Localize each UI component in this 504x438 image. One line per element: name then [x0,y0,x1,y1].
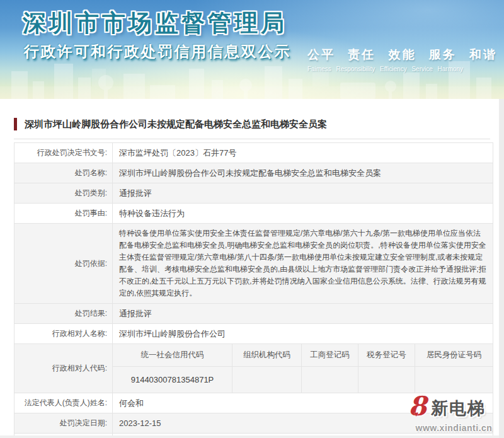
banner-motto: 公平 责任 效能 服务 和谐 Faimess Responsibility Ef… [307,47,497,72]
table-row: 处罚结果:通报批评 [14,304,493,324]
content-area: 深圳市坪山岭脚股份合作公司未按规定配备电梯安全总监和电梯安全员案 行政处罚决定书… [0,99,504,438]
heart-icon: ♥ [414,410,418,418]
row-label: 法定代表人(负责人)姓名: [14,393,113,413]
code-value-cell [358,367,415,393]
code-header-cell: 居民身份证号码 [415,344,493,367]
code-value-cell: 91440300781354871P [113,367,232,393]
row-label: 行政相对人名称: [14,324,113,343]
page-edge-right [499,99,504,438]
case-title: 深圳市坪山岭脚股份合作公司未按规定配备电梯安全总监和电梯安全员案 [25,118,327,130]
row-label: 处罚结果: [14,304,113,323]
row-label: 行政处罚决定书文号: [14,143,113,163]
row-value: 深圳市坪山岭脚股份合作公司未按规定配备电梯安全总监和电梯安全员案 [113,163,493,183]
code-value-cell [415,367,493,393]
row-value: 特种设备使用单位落实使用安全主体责任监督管理规定/第六章电梯/第六十九条/第一款… [113,224,493,303]
watermark-url: www.xindianti.cn [408,423,500,433]
code-column: 居民身份证号码 [415,344,493,393]
title-marker-bar [14,118,17,130]
motto-english: Faimess Responsibility Efficiency Servic… [307,66,497,72]
code-header-cell: 工商登记码 [302,344,358,367]
code-value-cell [302,367,358,393]
xindianti-watermark: 8 ♥ 新电梯 www.xindianti.cn [408,396,500,433]
row-label: 处罚事由: [14,204,113,223]
row-value: 特种设备违法行为 [113,204,493,223]
row-value: 通报批评 [113,183,493,203]
table-row: 处罚类别:通报批评 [14,183,493,204]
code-header-cell: 组织机构代码 [232,344,301,367]
banner-subtitle: 行政许可和行政处罚信用信息双公示 [24,42,291,62]
page-edge-bottom [0,435,499,438]
table-row: 行政处罚决定书文号:深市监坪处罚〔2023〕石井77号 [14,143,493,163]
watermark-top: 8 ♥ 新电梯 [408,396,500,420]
agency-title: 深圳市市场监督管理局 [23,8,287,39]
table-row: 行政相对人代码:统一社会信用代码91440300781354871P组织机构代码… [14,344,493,393]
code-header-cell: 统一社会信用代码 [113,344,232,367]
code-column: 税务登记号 [358,344,415,393]
table-row: 处罚名称:深圳市坪山岭脚股份合作公司未按规定配备电梯安全总监和电梯安全员案 [14,163,493,183]
row-label: 行政相对人代码: [14,344,113,393]
row-label: 处罚类别: [14,183,113,203]
row-value: 深市监坪处罚〔2023〕石井77号 [113,143,493,163]
row-label: 处罚依据: [14,224,113,303]
case-title-row: 深圳市坪山岭脚股份合作公司未按规定配备电梯安全总监和电梯安全员案 [14,118,490,130]
banner: 深圳市市场监督管理局 行政许可和行政处罚信用信息双公示 公平 责任 效能 服务 … [0,0,504,99]
table-row: 处罚事由:特种设备违法行为 [14,204,493,224]
code-sub-table: 统一社会信用代码91440300781354871P组织机构代码工商登记码税务登… [113,344,493,393]
code-value-cell [232,367,301,393]
row-value: 深圳市坪山岭脚股份合作公司 [113,324,493,343]
motto-chinese: 公平 责任 效能 服务 和谐 [307,47,497,63]
code-column: 统一社会信用代码91440300781354871P [113,344,232,393]
code-column: 组织机构代码 [232,344,301,393]
table-row: 处罚依据:特种设备使用单位落实使用安全主体责任监督管理规定/第六章电梯/第六十九… [14,224,493,304]
title-divider [14,139,490,139]
code-column: 工商登记码 [301,344,358,393]
row-value: 通报批评 [113,304,493,323]
row-label: 处罚名称: [14,163,113,183]
row-label: 处罚决定日期: [14,413,113,433]
watermark-brand: 新电梯 [431,397,486,420]
code-header-cell: 税务登记号 [358,344,415,367]
table-row: 行政相对人名称:深圳市坪山岭脚股份合作公司 [14,324,493,344]
